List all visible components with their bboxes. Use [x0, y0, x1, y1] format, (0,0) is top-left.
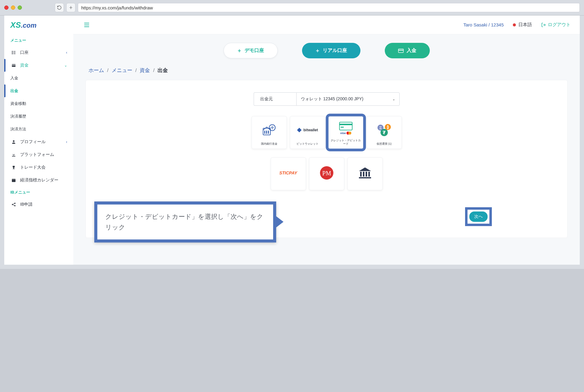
calendar-icon	[10, 178, 17, 183]
pm-icon: PM	[311, 162, 342, 184]
svg-point-8	[13, 140, 14, 142]
sidebar-sub-history[interactable]: 決済履歴	[4, 110, 73, 123]
method-label: ビットウォレット	[297, 142, 318, 146]
svg-rect-21	[266, 131, 267, 134]
svg-text:Ξ: Ξ	[379, 126, 381, 130]
sidebar-sub-methods[interactable]: 決済方法	[4, 123, 73, 136]
language-label: 日本語	[518, 22, 532, 28]
button-label: リアル口座	[323, 47, 347, 54]
svg-rect-25	[339, 122, 352, 130]
svg-rect-6	[12, 64, 16, 67]
method-grid: 国内銀行送金 bitwallet ビットウォレット VISA クレジット・デビ	[101, 116, 552, 149]
svg-rect-10	[13, 168, 14, 169]
button-label: デモ口座	[245, 47, 264, 54]
url-text: https://my.xs.com/ja/funds/withdraw	[81, 5, 153, 10]
sidebar: XS.com メニュー 口座 ‹ 資金 ⌄ 入金 出金 資金移動 決済履歴 決済…	[4, 15, 73, 265]
svg-rect-18	[398, 50, 403, 50]
svg-rect-9	[12, 156, 16, 156]
sidebar-item-calendar[interactable]: 経済指標カレンダー	[4, 174, 73, 187]
trophy-icon	[10, 165, 17, 170]
logout-button[interactable]: ログアウト	[541, 22, 571, 28]
sidebar-item-label: プロフィール	[20, 139, 46, 145]
svg-point-14	[12, 204, 13, 205]
language-selector[interactable]: 日本語	[513, 22, 532, 28]
svg-rect-5	[13, 53, 16, 54]
sidebar-item-label: トレード大会	[20, 165, 46, 170]
breadcrumb-funds[interactable]: 資金	[140, 67, 150, 74]
chevron-down-icon: ⌄	[392, 97, 395, 101]
sidebar-sub-deposit[interactable]: 入金	[4, 72, 73, 84]
svg-rect-27	[341, 127, 344, 128]
svg-point-15	[14, 203, 16, 204]
real-account-button[interactable]: リアル口座	[302, 43, 360, 58]
breadcrumb-home[interactable]: ホーム	[89, 67, 104, 74]
main-content: Taro Sasaki / 12345 日本語 ログアウト デモ口座 リアル口座…	[73, 15, 580, 265]
sidebar-item-label: 資金移動	[10, 101, 26, 106]
ib-group-label: IBメニュー	[4, 187, 73, 198]
svg-rect-13	[12, 179, 16, 180]
method-bitwallet[interactable]: bitwallet ビットウォレット	[290, 116, 325, 149]
sidebar-item-label: 出金	[10, 88, 18, 94]
plus-icon	[237, 49, 242, 53]
hamburger-button[interactable]	[82, 21, 91, 29]
sidebar-item-platform[interactable]: プラットフォーム	[4, 148, 73, 161]
source-value: ウォレット 12345 (2000.00 JPY)	[301, 96, 363, 102]
browser-chrome: https://my.xs.com/ja/funds/withdraw	[0, 0, 584, 15]
source-select[interactable]: ウォレット 12345 (2000.00 JPY) ⌄	[296, 92, 400, 106]
method-label: クレジット・デビットカード	[330, 139, 361, 146]
svg-marker-24	[297, 128, 302, 132]
source-row: 出金元 ウォレット 12345 (2000.00 JPY) ⌄	[101, 92, 552, 106]
logo: XS.com	[4, 15, 73, 35]
sidebar-item-profile[interactable]: プロフィール ‹	[4, 136, 73, 148]
new-tab-button[interactable]	[66, 3, 75, 12]
window-zoom-icon[interactable]	[18, 5, 22, 10]
reload-button[interactable]	[55, 3, 64, 12]
svg-rect-20	[264, 131, 265, 134]
method-sticpay[interactable]: STICPAY	[271, 157, 306, 190]
method-crypto[interactable]: Ξ₿₮ 仮想通貨 (1)	[367, 116, 402, 149]
sidebar-item-label: 経済指標カレンダー	[20, 177, 58, 183]
method-wire[interactable]	[347, 157, 383, 190]
sidebar-sub-transfer[interactable]: 資金移動	[4, 97, 73, 110]
sidebar-sub-withdraw[interactable]: 出金	[4, 84, 73, 97]
breadcrumb-menu[interactable]: メニュー	[112, 67, 132, 74]
window-minimize-icon[interactable]	[11, 5, 15, 10]
wallet-icon	[10, 63, 17, 68]
share-icon	[10, 202, 17, 207]
svg-text:₮: ₮	[382, 130, 386, 135]
button-label: 入金	[407, 47, 416, 54]
svg-text:₿: ₿	[387, 125, 389, 129]
svg-text:PM: PM	[322, 170, 331, 177]
top-user-label[interactable]: Taro Sasaki / 12345	[463, 22, 504, 27]
sidebar-item-funds[interactable]: 資金 ⌄	[4, 59, 73, 72]
sidebar-item-label: 決済履歴	[10, 114, 26, 119]
svg-rect-0	[12, 51, 13, 52]
address-bar[interactable]: https://my.xs.com/ja/funds/withdraw	[78, 3, 580, 12]
sidebar-item-ib-apply[interactable]: IB申請	[4, 198, 73, 211]
menu-group-label: メニュー	[4, 35, 73, 46]
demo-account-button[interactable]: デモ口座	[224, 43, 278, 58]
logout-icon	[541, 22, 546, 27]
svg-rect-3	[13, 51, 16, 51]
download-icon	[10, 152, 17, 157]
method-bank[interactable]: 国内銀行送金	[252, 116, 287, 149]
breadcrumb: ホーム / メニュー / 資金 / 出金	[85, 67, 568, 80]
sidebar-item-contest[interactable]: トレード大会	[4, 161, 73, 174]
sidebar-item-account[interactable]: 口座 ‹	[4, 46, 73, 59]
svg-point-16	[14, 205, 16, 206]
chevron-left-icon: ‹	[66, 50, 67, 55]
credit-card-icon: VISA	[330, 121, 361, 136]
list-icon	[10, 50, 17, 55]
deposit-button[interactable]: 入金	[385, 43, 430, 58]
user-icon	[10, 139, 17, 144]
chevron-left-icon: ‹	[66, 140, 67, 144]
svg-rect-1	[12, 52, 13, 53]
svg-rect-41	[366, 172, 367, 177]
svg-rect-43	[359, 177, 371, 178]
method-card-credit[interactable]: VISA クレジット・デビットカード	[328, 116, 363, 149]
bank-icon	[349, 162, 381, 184]
next-button[interactable]: 次へ	[469, 211, 488, 222]
method-pm[interactable]: PM	[309, 157, 344, 190]
window-close-icon[interactable]	[4, 5, 9, 10]
bitwallet-brand: bitwallet	[303, 128, 318, 132]
